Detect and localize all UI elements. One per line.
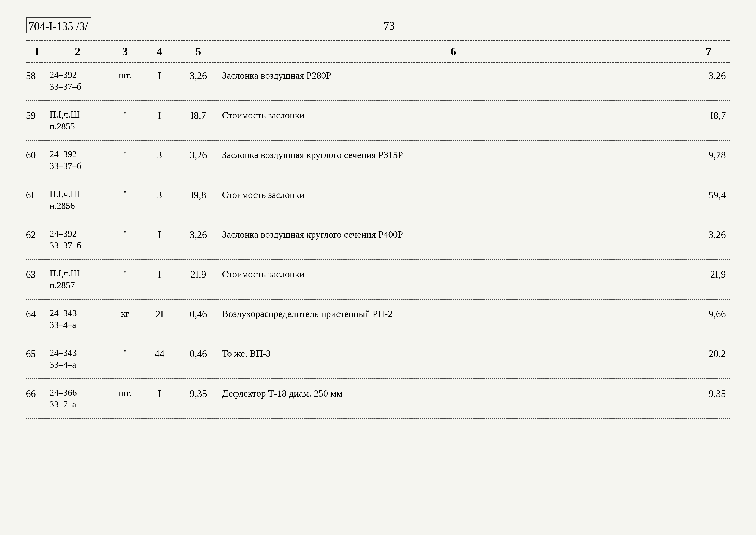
separator-6 (26, 339, 730, 339)
cell-total-8: 9,35 (687, 387, 730, 401)
cell-num-4: 62 (26, 228, 47, 242)
cell-total-3: 59,4 (687, 188, 730, 202)
cell-num-7: 65 (26, 347, 47, 361)
cell-unit-5: " (108, 268, 142, 280)
doc-number: 704-I-135 /3/ (26, 17, 92, 33)
cell-num-0: 58 (26, 69, 47, 83)
cell-num-8: 66 (26, 387, 47, 401)
page: 704-I-135 /3/ — 73 — I 2 3 4 5 6 7 58 24… (0, 0, 756, 535)
cell-desc-8: Дефлектор Т-18 диам. 250 мм (220, 387, 687, 400)
cell-total-5: 2I,9 (687, 268, 730, 281)
cell-qty-0: I (142, 69, 177, 83)
cell-num-3: 6I (26, 188, 47, 202)
cell-unit-1: " (108, 109, 142, 122)
cell-unit-7: " (108, 347, 142, 360)
cell-ref-1: П.I,ч.Шп.2855 (47, 109, 108, 132)
cell-price-2: 3,26 (177, 148, 220, 162)
table-row: 64 24–34333–4–а кг 2I 0,46 Воздухораспре… (26, 301, 730, 337)
cell-desc-4: Заслонка воздушная круглого сечения Р400… (220, 228, 687, 241)
cell-total-2: 9,78 (687, 148, 730, 162)
header-col5: 5 (177, 45, 220, 58)
cell-qty-1: I (142, 109, 177, 123)
header-col4: 4 (142, 45, 177, 58)
cell-price-0: 3,26 (177, 69, 220, 83)
cell-price-7: 0,46 (177, 347, 220, 361)
cell-total-1: I8,7 (687, 109, 730, 123)
cell-desc-1: Стоимость заслонки (220, 109, 687, 122)
separator-1 (26, 140, 730, 141)
cell-ref-3: П.I,ч.Шн.2856 (47, 188, 108, 212)
cell-price-1: I8,7 (177, 109, 220, 123)
separator-3 (26, 219, 730, 220)
cell-ref-2: 24–39233–37–б (47, 148, 108, 172)
cell-desc-5: Стоимость заслонки (220, 268, 687, 281)
header-col6: 6 (220, 45, 687, 58)
cell-num-2: 60 (26, 148, 47, 162)
separator-4 (26, 259, 730, 260)
cell-qty-5: I (142, 268, 177, 281)
table-row: 58 24–39233–37–б шт. I 3,26 Заслонка воз… (26, 63, 730, 99)
table-row: 66 24–36633–7–а шт. I 9,35 Дефлектор Т-1… (26, 381, 730, 416)
cell-desc-2: Заслонка воздушная круглого сечения Р315… (220, 148, 687, 162)
cell-total-6: 9,66 (687, 307, 730, 321)
cell-qty-2: 3 (142, 148, 177, 162)
cell-num-1: 59 (26, 109, 47, 123)
header-col2: 2 (47, 45, 108, 58)
header-col7: 7 (687, 45, 730, 58)
header-col1: I (26, 45, 47, 58)
cell-unit-4: " (108, 228, 142, 241)
cell-price-3: I9,8 (177, 188, 220, 202)
cell-desc-0: Заслонка воздушная Р280Р (220, 69, 687, 82)
table-row: 63 П.I,ч.Шп.2857 " I 2I,9 Стоимость засл… (26, 262, 730, 297)
separator-0 (26, 100, 730, 101)
table-row: 62 24–39233–37–б " I 3,26 Заслонка возду… (26, 222, 730, 258)
cell-qty-8: I (142, 387, 177, 401)
cell-num-5: 63 (26, 268, 47, 281)
table: I 2 3 4 5 6 7 58 24–39233–37–б шт. I 3,2… (26, 40, 730, 419)
cell-num-6: 64 (26, 307, 47, 321)
cell-ref-7: 24–34333–4–а (47, 347, 108, 371)
cell-ref-5: П.I,ч.Шп.2857 (47, 268, 108, 291)
cell-unit-6: кг (108, 307, 142, 320)
table-row: 60 24–39233–37–б " 3 3,26 Заслонка возду… (26, 142, 730, 178)
header-col3: 3 (108, 45, 142, 58)
cell-price-8: 9,35 (177, 387, 220, 401)
cell-total-0: 3,26 (687, 69, 730, 83)
cell-ref-8: 24–36633–7–а (47, 387, 108, 410)
cell-ref-6: 24–34333–4–а (47, 307, 108, 331)
cell-unit-0: шт. (108, 69, 142, 82)
page-number: — 73 — (92, 19, 687, 32)
cell-qty-6: 2I (142, 307, 177, 321)
table-header-row: I 2 3 4 5 6 7 (26, 41, 730, 62)
cell-desc-6: Воздухораспределитель пристенный РП-2 (220, 307, 687, 321)
cell-unit-3: " (108, 188, 142, 201)
page-header: 704-I-135 /3/ — 73 — (26, 17, 730, 33)
separator-8 (26, 418, 730, 419)
cell-qty-4: I (142, 228, 177, 242)
cell-desc-7: То же, ВП-3 (220, 347, 687, 360)
cell-price-4: 3,26 (177, 228, 220, 242)
table-row: 65 24–34333–4–а " 44 0,46 То же, ВП-3 20… (26, 341, 730, 377)
cell-ref-0: 24–39233–37–б (47, 69, 108, 93)
cell-total-4: 3,26 (687, 228, 730, 242)
cell-total-7: 20,2 (687, 347, 730, 361)
cell-desc-3: Стоимость заслонки (220, 188, 687, 202)
separator-2 (26, 180, 730, 181)
separator-7 (26, 379, 730, 379)
table-row: 6I П.I,ч.Шн.2856 " 3 I9,8 Стоимость засл… (26, 182, 730, 218)
separator-5 (26, 299, 730, 299)
cell-unit-2: " (108, 148, 142, 161)
table-body: 58 24–39233–37–б шт. I 3,26 Заслонка воз… (26, 63, 730, 419)
cell-price-6: 0,46 (177, 307, 220, 321)
cell-ref-4: 24–39233–37–б (47, 228, 108, 251)
cell-unit-8: шт. (108, 387, 142, 400)
cell-qty-7: 44 (142, 347, 177, 361)
cell-qty-3: 3 (142, 188, 177, 202)
cell-price-5: 2I,9 (177, 268, 220, 281)
table-row: 59 П.I,ч.Шп.2855 " I I8,7 Стоимость засл… (26, 103, 730, 138)
